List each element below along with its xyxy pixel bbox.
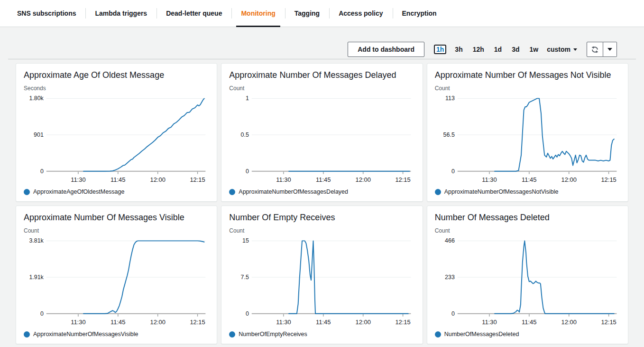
legend-item[interactable]: ApproximateNumberOfMessagesVisible	[24, 331, 209, 338]
legend-item[interactable]: ApproximateNumberOfMessagesNotVisible	[435, 188, 620, 195]
chevron-down-icon	[573, 48, 577, 51]
legend-marker-icon	[229, 189, 235, 195]
x-tick-label: 12:00	[150, 176, 165, 183]
x-tick-label: 11:45	[522, 319, 536, 326]
y-tick-label: 1.91k	[29, 274, 44, 281]
legend-marker-icon	[24, 331, 30, 338]
chart-title: Approximate Number Of Messages Visible	[24, 213, 209, 223]
x-tick-label: 12:00	[356, 319, 371, 326]
y-tick-label: 56.5	[443, 131, 454, 138]
chart-title: Approximate Number Of Messages Delayed	[229, 70, 414, 80]
legend-label: NumberOfEmptyReceives	[239, 331, 307, 338]
chart-canvas[interactable]: 11356.5011:3011:4512:0012:15	[435, 93, 620, 188]
chart-card-number-of-empty-receives: Number Of Empty ReceivesCount157.5011:30…	[221, 206, 423, 344]
x-tick-label: 12:00	[356, 176, 371, 183]
y-tick-label: 0	[246, 168, 249, 175]
x-tick-label: 12:15	[601, 176, 616, 183]
x-tick-label: 12:00	[150, 319, 165, 326]
y-tick-label: 1.80k	[29, 95, 44, 102]
legend-item[interactable]: ApproximateAgeOfOldestMessage	[24, 188, 209, 195]
tab-list: SNS subscriptionsLambda triggersDead-let…	[8, 0, 446, 27]
y-tick-label: 901	[34, 131, 44, 138]
legend-item[interactable]: NumberOfMessagesDeleted	[435, 331, 620, 338]
chart-card-approximate-age-of-oldest-message: Approximate Age Of Oldest MessageSeconds…	[16, 63, 217, 202]
time-range-12h[interactable]: 12h	[471, 45, 486, 54]
refresh-options-button[interactable]	[603, 42, 617, 57]
y-tick-label: 0	[40, 168, 44, 175]
y-axis-unit-label: Count	[229, 227, 414, 234]
add-to-dashboard-button[interactable]: Add to dashboard	[348, 42, 424, 57]
chevron-down-icon	[607, 48, 612, 51]
tab-encryption[interactable]: Encryption	[393, 0, 446, 27]
legend-item[interactable]: NumberOfEmptyReceives	[229, 331, 414, 338]
tab-monitoring[interactable]: Monitoring	[231, 0, 285, 27]
y-axis-unit-label: Count	[435, 85, 620, 92]
x-tick-label: 11:30	[482, 176, 497, 183]
chart-canvas[interactable]: 157.5011:3011:4512:0012:15	[229, 235, 414, 330]
x-tick-label: 12:15	[190, 319, 205, 326]
chart-title: Approximate Age Of Oldest Message	[24, 70, 209, 80]
y-axis-unit-label: Count	[24, 227, 209, 234]
y-tick-label: 1	[246, 95, 249, 102]
chart-grid: Approximate Age Of Oldest MessageSeconds…	[16, 63, 628, 344]
custom-range-label: custom	[547, 46, 570, 53]
tab-lambda-triggers[interactable]: Lambda triggers	[85, 0, 156, 27]
chart-card-approximate-number-of-messages-not-visible: Approximate Number Of Messages Not Visib…	[427, 63, 628, 202]
chart-canvas[interactable]: 466233011:3011:4512:0012:15	[435, 235, 620, 330]
legend-label: ApproximateAgeOfOldestMessage	[33, 188, 124, 195]
time-range-group: 1h3h12h1d3d1wcustom	[434, 45, 577, 54]
chart-card-approximate-number-of-messages-delayed: Approximate Number Of Messages DelayedCo…	[221, 63, 423, 202]
x-tick-label: 11:45	[110, 319, 125, 326]
x-tick-label: 11:30	[276, 319, 291, 326]
time-range-3h[interactable]: 3h	[453, 45, 464, 54]
y-tick-label: 0	[246, 310, 249, 317]
x-tick-label: 12:15	[396, 319, 411, 326]
chart-title: Approximate Number Of Messages Not Visib…	[435, 70, 620, 80]
chart-canvas[interactable]: 10.5011:3011:4512:0012:15	[229, 93, 414, 188]
time-range-custom[interactable]: custom	[547, 45, 577, 54]
chart-canvas[interactable]: 1.80k901011:3011:4512:0012:15	[24, 93, 209, 188]
x-tick-label: 11:30	[482, 319, 497, 326]
x-tick-label: 11:30	[276, 176, 291, 183]
x-tick-label: 11:45	[316, 176, 331, 183]
legend-marker-icon	[435, 189, 441, 195]
tab-tagging[interactable]: Tagging	[285, 0, 329, 27]
legend-label: ApproximateNumberOfMessagesDelayed	[239, 188, 348, 195]
time-range-1h[interactable]: 1h	[434, 45, 446, 54]
tab-access-policy[interactable]: Access policy	[329, 0, 392, 27]
tab-sns-subscriptions[interactable]: SNS subscriptions	[8, 0, 85, 27]
tab-dead-letter-queue[interactable]: Dead-letter queue	[156, 0, 231, 27]
x-tick-label: 11:45	[522, 176, 536, 183]
x-tick-label: 11:30	[71, 176, 85, 183]
legend-marker-icon	[435, 331, 441, 338]
y-tick-label: 7.5	[241, 274, 249, 281]
time-range-1w[interactable]: 1w	[528, 45, 540, 54]
refresh-button[interactable]	[587, 42, 603, 57]
y-tick-label: 0.5	[241, 131, 249, 138]
x-tick-label: 12:00	[561, 176, 576, 183]
y-tick-label: 3.81k	[29, 237, 44, 244]
legend-item[interactable]: ApproximateNumberOfMessagesDelayed	[229, 188, 414, 195]
tab-bar: SNS subscriptionsLambda triggersDead-let…	[0, 0, 644, 27]
x-tick-label: 12:15	[190, 176, 205, 183]
x-tick-label: 12:15	[396, 176, 411, 183]
chart-card-approximate-number-of-messages-visible: Approximate Number Of Messages VisibleCo…	[16, 206, 217, 344]
y-tick-label: 113	[445, 95, 455, 102]
chart-title: Number Of Empty Receives	[229, 213, 414, 223]
x-tick-label: 11:45	[110, 176, 125, 183]
refresh-split-button	[587, 42, 617, 57]
legend-marker-icon	[229, 331, 235, 338]
y-tick-label: 466	[445, 237, 455, 244]
chart-canvas[interactable]: 3.81k1.91k011:3011:4512:0012:15	[24, 235, 209, 330]
legend-label: ApproximateNumberOfMessagesVisible	[33, 331, 138, 338]
legend-marker-icon	[24, 189, 30, 195]
y-tick-label: 0	[40, 310, 44, 317]
y-tick-label: 233	[445, 274, 455, 281]
legend-label: ApproximateNumberOfMessagesNotVisible	[444, 188, 559, 195]
chart-title: Number Of Messages Deleted	[435, 213, 620, 223]
y-tick-label: 15	[242, 237, 249, 244]
time-range-1d[interactable]: 1d	[493, 45, 503, 54]
x-tick-label: 11:45	[316, 319, 331, 326]
time-range-3d[interactable]: 3d	[510, 45, 521, 54]
y-tick-label: 0	[451, 168, 455, 175]
